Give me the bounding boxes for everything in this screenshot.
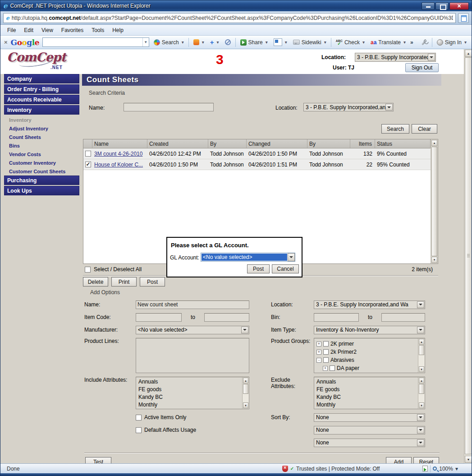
col-changed-by[interactable]: By <box>307 139 350 148</box>
scroll-thumb[interactable] <box>419 384 424 394</box>
tree-expander-icon[interactable]: + <box>323 366 328 371</box>
google-search-button[interactable]: Search <box>152 38 185 46</box>
count-sheet-link[interactable]: House of Koloer C... <box>94 162 143 168</box>
menu-edit[interactable]: Edit <box>20 26 37 35</box>
dropdown-arrow-icon[interactable] <box>385 104 393 111</box>
tree-expander-icon[interactable]: + <box>316 342 321 347</box>
page-arrow-icon[interactable] <box>422 466 428 471</box>
new-sheet-name-input[interactable] <box>136 300 249 309</box>
tree-expander-icon[interactable]: - <box>316 358 321 363</box>
product-groups-tree[interactable]: + 2K primer + 2k Primer2 <box>314 338 425 373</box>
scroll-up-icon[interactable] <box>465 50 472 57</box>
spellcheck-button[interactable]: ABCCheck <box>335 38 366 46</box>
sort-by-select-3[interactable]: None <box>314 439 425 447</box>
scroll-up-icon[interactable] <box>419 339 424 345</box>
sidebar-section-purchasing[interactable]: Purchasing <box>4 176 79 185</box>
header-location-select[interactable]: 3 - P.B.E. Supply Incorporated <box>355 53 436 62</box>
toolbar-overflow-chevron[interactable]: » <box>410 39 413 46</box>
scroll-thumb[interactable] <box>431 147 437 256</box>
zoom-dropdown-icon[interactable] <box>455 466 458 472</box>
sidebar-section-look-ups[interactable]: Look Ups <box>4 186 79 195</box>
dropdown-arrow-icon[interactable] <box>428 54 435 61</box>
row-checkbox[interactable] <box>85 151 91 157</box>
sidebar-section-accounts-receivable[interactable]: Accounts Receivable <box>4 95 79 104</box>
zoom-magnifier-icon[interactable] <box>433 467 437 471</box>
list-item[interactable]: Annuals <box>314 377 425 386</box>
col-name[interactable]: Name <box>92 139 147 148</box>
sidebar-section-inventory[interactable]: Inventory <box>4 105 79 115</box>
list-item[interactable]: Kandy BC <box>314 393 425 401</box>
dropdown-arrow-icon[interactable] <box>288 253 295 261</box>
address-go-button[interactable] <box>458 13 469 23</box>
tree-expander-icon[interactable]: + <box>316 350 321 355</box>
zoom-level[interactable]: 100% <box>439 466 453 472</box>
sidebar-item-inventory[interactable]: Inventory <box>4 116 79 124</box>
tree-item[interactable]: - Abrasives <box>314 356 425 364</box>
table-scrollbar[interactable] <box>431 139 438 263</box>
toolbar-settings-button[interactable] <box>420 41 429 44</box>
dropdown-arrow-icon[interactable] <box>417 439 424 446</box>
scroll-thumb[interactable] <box>243 384 248 394</box>
exclude-attributes-listbox[interactable]: Annuals FE goods Kandy BC Monthly <box>314 377 425 409</box>
google-search-input[interactable] <box>43 38 142 46</box>
close-button[interactable] <box>449 2 469 10</box>
clear-button[interactable]: Clear <box>412 124 437 134</box>
col-created[interactable]: Created <box>147 139 208 148</box>
list-scrollbar[interactable] <box>242 377 249 409</box>
sort-by-select-1[interactable]: None <box>314 413 425 422</box>
select-all-checkbox[interactable] <box>85 267 91 273</box>
maximize-button[interactable] <box>435 2 449 10</box>
tree-checkbox[interactable] <box>323 341 329 347</box>
scroll-thumb[interactable] <box>419 345 424 355</box>
scroll-down-icon[interactable] <box>465 456 472 463</box>
scroll-thumb[interactable] <box>465 57 472 454</box>
col-items[interactable]: Items <box>350 139 375 148</box>
list-item[interactable]: Monthly <box>136 401 249 409</box>
scroll-up-icon[interactable] <box>419 378 424 384</box>
page-scrollbar[interactable] <box>464 49 472 463</box>
scroll-down-icon[interactable] <box>419 366 424 372</box>
sidewiki-button[interactable]: Sidewiki <box>292 38 328 46</box>
search-name-input[interactable] <box>124 103 214 111</box>
translate-button[interactable]: aaTranslate <box>369 38 407 46</box>
list-item[interactable]: Kandy BC <box>136 393 249 401</box>
row-checkbox[interactable] <box>85 162 91 167</box>
add-location-select[interactable]: 3 - P.B.E. Supply Incorporated,and Wa <box>314 300 425 309</box>
security-report-icon[interactable] <box>282 466 288 472</box>
default-affects-usage-checkbox[interactable] <box>136 427 142 433</box>
scroll-down-icon[interactable] <box>419 402 424 408</box>
search-history-dropdown-icon[interactable] <box>142 38 149 46</box>
col-changed[interactable]: Changed <box>247 139 307 148</box>
tree-checkbox[interactable] <box>330 365 335 371</box>
dropdown-arrow-icon[interactable] <box>417 301 424 308</box>
tree-item[interactable]: + DA paper <box>314 364 425 372</box>
sidebar-item-customer-count-sheets[interactable]: Customer Count Sheets <box>4 167 79 176</box>
sidebar-item-customer-inventory[interactable]: Customer Inventory <box>4 158 79 167</box>
list-item[interactable]: FE goods <box>314 386 425 393</box>
active-items-only-checkbox[interactable] <box>136 415 142 421</box>
toolbar-close-icon[interactable]: × <box>4 39 8 46</box>
sort-by-select-2[interactable]: None <box>314 426 425 434</box>
list-item[interactable]: Monthly <box>314 401 425 409</box>
dropdown-arrow-icon[interactable] <box>417 414 424 421</box>
signin-button[interactable]: Sign In <box>435 38 468 46</box>
dropdown-arrow-icon[interactable] <box>417 427 424 434</box>
tree-item[interactable]: + 2k Primer2 <box>314 348 425 356</box>
count-sheet-link[interactable]: 3M count 4-26-2010 <box>94 151 142 157</box>
include-attributes-listbox[interactable]: Annuals FE goods Kandy BC Monthly <box>136 377 249 409</box>
tree-scrollbar[interactable] <box>418 338 425 373</box>
scroll-down-icon[interactable] <box>431 257 437 263</box>
dialog-cancel-button[interactable]: Cancel <box>272 264 299 273</box>
tree-checkbox[interactable] <box>323 349 329 355</box>
highlight-button[interactable] <box>272 37 289 47</box>
list-item[interactable]: Annuals <box>136 377 249 386</box>
col-created-by[interactable]: By <box>208 139 247 148</box>
scroll-up-icon[interactable] <box>243 378 248 384</box>
tree-item[interactable]: + 2K primer <box>314 340 425 348</box>
dropdown-arrow-icon[interactable] <box>241 327 248 333</box>
list-scrollbar[interactable] <box>418 377 425 409</box>
scroll-up-icon[interactable] <box>431 140 437 146</box>
item-code-from-input[interactable] <box>136 313 182 322</box>
search-location-select[interactable]: 3 - P.B.E. Supply Incorporated,anc <box>303 103 394 111</box>
delete-button[interactable]: Delete <box>83 277 108 287</box>
